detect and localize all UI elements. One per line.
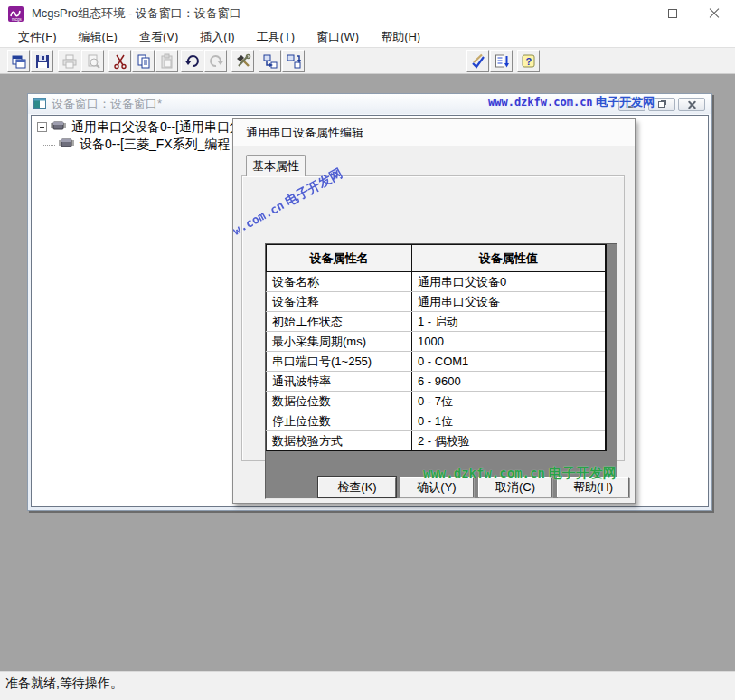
- undo-icon: [184, 53, 201, 70]
- property-name: 最小采集周期(ms): [267, 332, 412, 352]
- paste-icon: [159, 53, 175, 70]
- property-value[interactable]: 2 - 偶校验: [412, 431, 606, 451]
- menu-window[interactable]: 窗口(W): [306, 27, 370, 48]
- tree-item-label: 设备0--[三菱_FX系列_编程: [80, 137, 230, 153]
- property-name: 设备注释: [267, 292, 412, 312]
- device-window-title: 设备窗口：设备窗口*: [52, 96, 162, 112]
- maximize-button[interactable]: [652, 0, 693, 27]
- new-window-button[interactable]: [7, 50, 30, 72]
- check-button[interactable]: 检查(K): [318, 477, 396, 497]
- save-button[interactable]: [31, 50, 53, 72]
- redo-icon: [208, 53, 224, 70]
- property-name: 数据位位数: [267, 392, 412, 411]
- device-property-dialog: 通用串口设备属性编辑 基本属性 设备属性名 设备属性值 设备名称 通用串口父设备…: [232, 118, 636, 504]
- window-title: McgsPro组态环境 - 设备窗口：设备窗口: [32, 5, 241, 22]
- status-text: 准备就绪,等待操作。: [5, 676, 123, 690]
- close-button[interactable]: [693, 0, 735, 27]
- table-row: 设备注释 通用串口父设备: [267, 292, 606, 312]
- svg-text:?: ?: [525, 56, 532, 67]
- confirm-button[interactable]: 确认(Y): [400, 477, 474, 497]
- dialog-help-button[interactable]: 帮助(H): [557, 477, 629, 497]
- print-button[interactable]: [58, 50, 80, 72]
- table-row: 停止位位数 0 - 1位: [267, 411, 606, 431]
- table-row: 设备名称 通用串口父设备0: [267, 272, 606, 292]
- column-header-value: 设备属性值: [412, 245, 606, 272]
- tab-label: 基本属性: [252, 158, 299, 175]
- property-value[interactable]: 0 - 7位: [412, 392, 606, 411]
- property-name: 通讯波特率: [267, 372, 412, 392]
- cut-icon: [112, 53, 128, 70]
- menu-file[interactable]: 文件(F): [7, 27, 68, 48]
- cut-button[interactable]: [108, 50, 131, 72]
- tab-basic-properties[interactable]: 基本属性: [246, 155, 306, 176]
- property-value[interactable]: 6 - 9600: [412, 372, 606, 392]
- syntax-check-icon: [470, 53, 486, 70]
- svg-text:mcgs: mcgs: [12, 17, 23, 22]
- app-icon: mcgs: [8, 6, 24, 22]
- print-preview-button[interactable]: [81, 50, 104, 72]
- tools-button[interactable]: [231, 50, 254, 72]
- table-row: 数据校验方式 2 - 偶校验: [267, 431, 606, 451]
- property-name: 设备名称: [267, 272, 412, 292]
- device-window-titlebar[interactable]: 设备窗口：设备窗口*: [28, 94, 711, 114]
- mdi-close-button[interactable]: [678, 98, 705, 111]
- menu-tools[interactable]: 工具(T): [246, 27, 306, 48]
- table-row: 最小采集周期(ms) 1000: [267, 332, 606, 352]
- mdi-minimize-button[interactable]: [618, 98, 645, 111]
- tools-icon: [235, 53, 251, 70]
- print-preview-icon: [85, 53, 101, 70]
- mdi-restore-icon: [658, 101, 665, 108]
- table-row: 数据位位数 0 - 7位: [267, 392, 606, 411]
- property-name: 串口端口号(1~255): [267, 352, 412, 372]
- save-icon: [34, 53, 51, 70]
- minimize-button[interactable]: [610, 0, 652, 27]
- mdi-restore-button[interactable]: [648, 98, 675, 111]
- menu-bar: 文件(F) 编辑(E) 查看(V) 插入(I) 工具(T) 窗口(W) 帮助(H…: [0, 27, 735, 47]
- table-row: 通讯波特率 6 - 9600: [267, 372, 606, 392]
- column-header-name: 设备属性名: [267, 245, 412, 272]
- device-chip-icon: [50, 119, 67, 135]
- help-button[interactable]: ?: [517, 50, 540, 72]
- mdi-minimize-icon: [628, 106, 636, 108]
- menu-view[interactable]: 查看(V): [128, 27, 189, 48]
- copy-icon: [136, 53, 152, 70]
- menu-help[interactable]: 帮助(H): [370, 27, 431, 48]
- tab-page: 设备属性名 设备属性值 设备名称 通用串口父设备0 设备注释 通用串口父设备 初…: [241, 175, 625, 461]
- download-run-icon: [286, 53, 302, 70]
- close-icon: [709, 8, 720, 19]
- table-row: 串口端口号(1~255) 0 - COM1: [267, 352, 606, 372]
- undo-button[interactable]: [181, 50, 203, 72]
- download-config-icon: [262, 53, 278, 70]
- property-value[interactable]: 0 - COM1: [412, 352, 606, 372]
- property-value[interactable]: 0 - 1位: [412, 411, 606, 431]
- device-chip-icon: [58, 137, 75, 152]
- property-value[interactable]: 通用串口父设备: [412, 292, 606, 312]
- mdi-close-icon: [688, 100, 696, 109]
- property-name: 停止位位数: [267, 411, 412, 431]
- menu-insert[interactable]: 插入(I): [189, 27, 245, 48]
- print-icon: [61, 53, 78, 70]
- dialog-titlebar[interactable]: 通用串口设备属性编辑: [233, 119, 635, 146]
- data-list-button[interactable]: [490, 50, 513, 72]
- workspace-background: 设备窗口：设备窗口* 通用串口父设备0--[通用串口父设备]: [0, 74, 735, 671]
- maximize-icon: [668, 9, 677, 18]
- help-icon: ?: [521, 53, 537, 70]
- collapse-icon[interactable]: [37, 122, 47, 132]
- syntax-check-button[interactable]: [466, 50, 489, 72]
- cancel-button[interactable]: 取消(C): [478, 477, 552, 497]
- data-list-icon: [494, 53, 510, 70]
- property-value[interactable]: 1 - 启动: [412, 312, 606, 332]
- toolbar: ?: [0, 47, 735, 74]
- paste-button[interactable]: [155, 50, 178, 72]
- copy-button[interactable]: [132, 50, 155, 72]
- download-run-button[interactable]: [282, 50, 305, 72]
- dialog-title: 通用串口设备属性编辑: [246, 125, 363, 141]
- redo-button[interactable]: [204, 50, 227, 72]
- property-grid-panel: 设备属性名 设备属性值 设备名称 通用串口父设备0 设备注释 通用串口父设备 初…: [265, 243, 617, 499]
- tree-connector: [42, 137, 55, 146]
- property-value[interactable]: 通用串口父设备0: [412, 272, 606, 292]
- menu-edit[interactable]: 编辑(E): [68, 27, 128, 48]
- property-value[interactable]: 1000: [412, 332, 606, 352]
- property-name: 数据校验方式: [267, 431, 412, 451]
- download-config-button[interactable]: [259, 50, 281, 72]
